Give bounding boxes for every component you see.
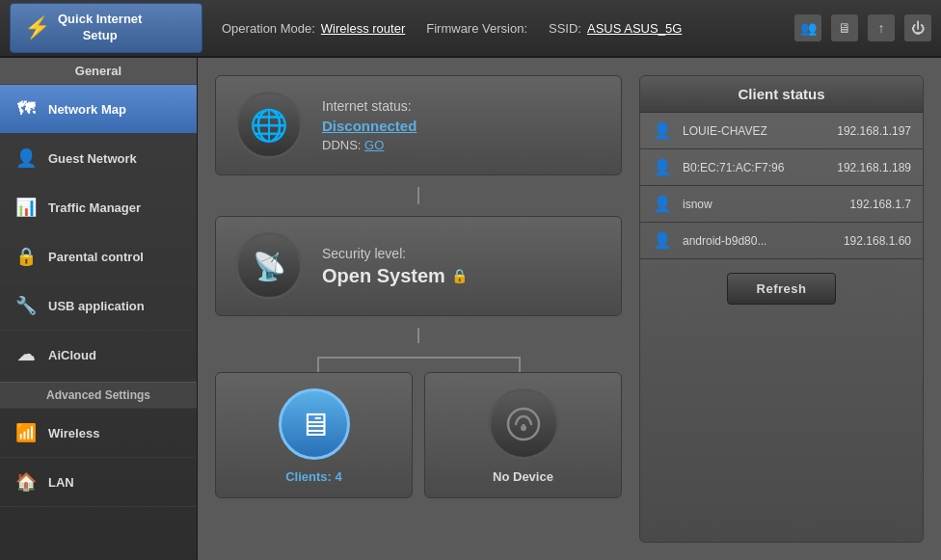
sidebar-item-traffic-manager-label: Traffic Manager [48, 200, 141, 215]
internet-card: 🌐 Internet status: Disconnected DDNS: GO [215, 75, 622, 175]
branch-connector [215, 328, 622, 357]
ddns-label: DDNS: [322, 138, 361, 152]
internet-status-label: Internet status: [322, 98, 602, 114]
quick-setup-label: Quick Internet Setup [58, 12, 142, 44]
ddns-row: DDNS: GO [322, 138, 602, 152]
branch-center-line [417, 328, 419, 343]
security-system: Open System 🔒 [322, 265, 602, 287]
branch-h-line [317, 357, 521, 359]
client-name: isnow [683, 198, 841, 211]
client-name: LOUIE-CHAVEZ [683, 124, 827, 138]
sidebar-item-lan-label: LAN [48, 475, 74, 490]
ssid-label: SSID: [549, 21, 581, 36]
quick-setup-icon: ⚡ [24, 15, 50, 40]
client-name: android-b9d80... [683, 234, 834, 248]
client-avatar-icon: 👤 [652, 231, 673, 250]
security-card-info: Security level: Open System 🔒 [322, 246, 602, 287]
sidebar-item-network-map-label: Network Map [48, 102, 126, 117]
client-panel-header: Client status [640, 76, 923, 113]
client-ip: 192.168.1.197 [837, 124, 911, 138]
topbar-info: Operation Mode: Wireless router Firmware… [202, 21, 794, 36]
client-avatar-icon: 👤 [652, 121, 673, 140]
no-device-label: No Device [493, 469, 553, 484]
open-system-label: Open System [322, 265, 445, 287]
parental-control-icon: 🔒 [13, 244, 39, 269]
branch-right-line [519, 357, 521, 372]
usb-application-icon: 🔧 [13, 293, 39, 318]
general-label: General [0, 58, 197, 85]
sidebar: General 🗺 Network Map 👤 Guest Network 📊 … [0, 58, 198, 560]
client-row[interactable]: 👤 LOUIE-CHAVEZ 192.168.1.197 [640, 113, 923, 149]
sidebar-item-traffic-manager[interactable]: 📊 Traffic Manager [0, 183, 197, 232]
topbar-icons: 👥 🖥 ↑ ⏻ [794, 14, 931, 41]
topbar: ⚡ Quick Internet Setup Operation Mode: W… [0, 0, 941, 58]
bottom-cards-row: 🖥 Clients: 4 No Device [215, 372, 622, 498]
network-map-icon: 🗺 [13, 96, 39, 121]
no-device-card[interactable]: No Device [424, 372, 622, 498]
client-ip: 192.168.1.7 [850, 198, 911, 211]
sidebar-item-guest-network[interactable]: 👤 Guest Network [0, 134, 197, 183]
clients-card[interactable]: 🖥 Clients: 4 [215, 372, 413, 498]
network-map-area: 🌐 Internet status: Disconnected DDNS: GO… [215, 75, 622, 543]
branch-left-line [317, 357, 319, 372]
wireless-icon: 📶 [13, 420, 39, 445]
router-icon: 📡 [235, 232, 303, 300]
guest-network-icon: 👤 [13, 146, 39, 171]
upload-icon[interactable]: ↑ [868, 14, 895, 41]
security-card: 📡 Security level: Open System 🔒 [215, 216, 622, 316]
quick-setup-button[interactable]: ⚡ Quick Internet Setup [10, 3, 202, 53]
sidebar-item-aicloud[interactable]: ☁ AiCloud [0, 331, 197, 380]
operation-mode-value[interactable]: Wireless router [321, 21, 405, 36]
operation-mode-label: Operation Mode: [222, 21, 315, 36]
security-label: Security level: [322, 246, 602, 261]
aicloud-icon: ☁ [13, 342, 39, 367]
client-name: B0:EC:71:AC:F7:96 [683, 161, 827, 174]
sidebar-item-guest-network-label: Guest Network [48, 151, 137, 166]
sidebar-item-usb-application[interactable]: 🔧 USB application [0, 281, 197, 331]
sidebar-item-aicloud-label: AiCloud [48, 348, 96, 362]
clients-icon: 🖥 [279, 388, 350, 460]
client-ip: 192.168.1.189 [837, 161, 911, 174]
sidebar-item-parental-control-label: Parental control [48, 250, 144, 264]
lock-icon: 🔒 [451, 268, 468, 283]
client-avatar-icon: 👤 [652, 158, 673, 176]
internet-status-value[interactable]: Disconnected [322, 118, 602, 134]
power-icon[interactable]: ⏻ [904, 14, 931, 41]
client-status-panel: Client status 👤 LOUIE-CHAVEZ 192.168.1.1… [639, 75, 924, 543]
sidebar-item-parental-control[interactable]: 🔒 Parental control [0, 232, 197, 281]
no-device-icon [488, 388, 559, 460]
v-connector-1 [417, 187, 419, 204]
main-layout: General 🗺 Network Map 👤 Guest Network 📊 … [0, 58, 941, 560]
users-icon[interactable]: 👥 [794, 14, 821, 41]
internet-globe-icon: 🌐 [235, 92, 303, 159]
ddns-link[interactable]: GO [364, 138, 384, 152]
advanced-settings-label: Advanced Settings [0, 382, 197, 409]
lan-icon: 🏠 [13, 469, 39, 494]
internet-card-info: Internet status: Disconnected DDNS: GO [322, 98, 602, 152]
client-row[interactable]: 👤 B0:EC:71:AC:F7:96 192.168.1.189 [640, 149, 923, 186]
clients-text: Clients: [285, 469, 335, 484]
client-avatar-icon: 👤 [652, 195, 673, 213]
sidebar-item-wireless-label: Wireless [48, 426, 99, 440]
sidebar-item-wireless[interactable]: 📶 Wireless [0, 409, 197, 458]
content-area: 🌐 Internet status: Disconnected DDNS: GO… [198, 58, 941, 560]
clients-label: Clients: 4 [285, 469, 342, 484]
firmware-label: Firmware Version: [426, 21, 527, 36]
client-row[interactable]: 👤 android-b9d80... 192.168.1.60 [640, 223, 923, 259]
client-ip: 192.168.1.60 [844, 234, 911, 248]
copy-icon[interactable]: 🖥 [831, 14, 858, 41]
refresh-button[interactable]: Refresh [727, 273, 837, 305]
sidebar-item-network-map[interactable]: 🗺 Network Map [0, 85, 197, 134]
clients-count: 4 [336, 469, 342, 484]
sidebar-item-lan[interactable]: 🏠 LAN [0, 458, 197, 507]
traffic-manager-icon: 📊 [13, 195, 39, 220]
ssid-values[interactable]: ASUS ASUS_5G [587, 21, 682, 36]
client-row[interactable]: 👤 isnow 192.168.1.7 [640, 186, 923, 223]
sidebar-item-usb-application-label: USB application [48, 299, 145, 313]
